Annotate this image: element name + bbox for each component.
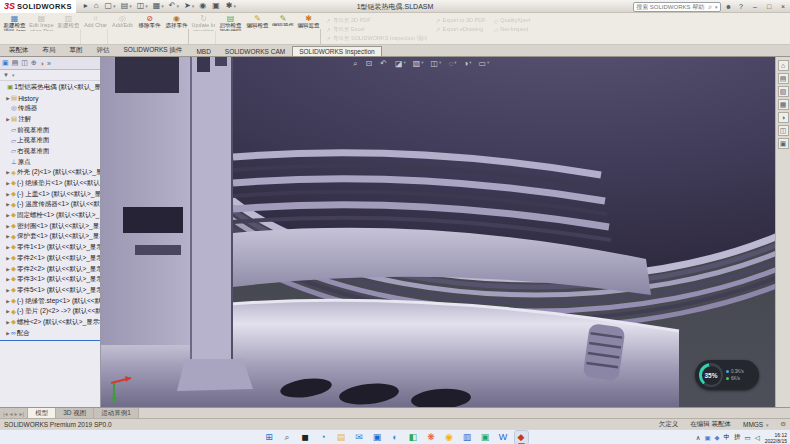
export-excel-button[interactable]: ↗ 导出至 Excel	[326, 25, 427, 33]
tree-item[interactable]: ▶ ◈ 外壳 (2)<1> (默认<<默认>_显示状	[1, 168, 100, 179]
solidworks-resources-icon[interactable]: ⌂	[778, 60, 789, 71]
prev-tab-button[interactable]: ◂	[10, 410, 13, 417]
remove-balloons-button[interactable]: ⊘ 移除零件序号	[136, 13, 163, 44]
tree-item[interactable]: ▶ ◆ (-) 温度传感器<1> (默认<<默认>_	[1, 200, 100, 211]
graphics-viewport[interactable]: ⌕ ⊡ ↶ ◪▾ ▧▾ ◫▾ ◌▾ ◑▾ ▭▾ 35%	[101, 57, 775, 407]
tree-item[interactable]: ▶ ▤ 注解	[1, 114, 100, 125]
commandmanager-tab[interactable]: SOLIDWORKS Inspection	[292, 46, 382, 56]
display-style-icon[interactable]: ◫▾	[431, 60, 442, 68]
performance-widget[interactable]: 35% 0.3K/s 6K/s	[695, 360, 759, 390]
undo-icon[interactable]: ↶▾	[169, 2, 179, 10]
tree-item[interactable]: ▶ ◆ (-) 绝缘管.step<1> (默认<<默认	[1, 296, 100, 307]
tree-item[interactable]: ◎ 传感器	[1, 103, 100, 114]
file-explorer-icon[interactable]: ▤	[335, 431, 348, 444]
ime-mode[interactable]: 拼	[734, 433, 741, 442]
tree-item[interactable]: ▶ ∞ 配合	[1, 328, 100, 339]
options-icon[interactable]: ✱▾	[226, 2, 236, 10]
tree-item[interactable]: ▶ ◆ (-) 上盖<1> (默认<<默认>_显示	[1, 189, 100, 200]
tree-item[interactable]: ▶ ◆ 零件2<1> (默认<<默认>_显示状态	[1, 253, 100, 264]
tree-item[interactable]: ▶ ◆ 密封圈<1> (默认<<默认>_显示状	[1, 221, 100, 232]
commandmanager-tab[interactable]: 评估	[90, 44, 117, 56]
dimxpertmanager-tab[interactable]: ⊕	[31, 59, 37, 67]
mail-icon[interactable]: ✉	[353, 431, 366, 444]
commandmanager-tab[interactable]: MBD	[189, 46, 217, 56]
tree-item[interactable]: ▱ 上视基准面	[1, 135, 100, 146]
tree-item[interactable]: ▶ ◆ 零件1<1> (默认<<默认>_显示状态	[1, 242, 100, 253]
word-icon[interactable]: W	[497, 431, 510, 444]
commandmanager-tab[interactable]: SOLIDWORKS 插件	[117, 44, 190, 56]
store-icon[interactable]: ▣	[371, 431, 384, 444]
commandmanager-tab[interactable]: 草图	[63, 44, 90, 56]
previous-view-icon[interactable]: ↶	[380, 60, 388, 68]
new-checksheet-button[interactable]: ▥ 新建检查表	[55, 13, 82, 44]
document-tab[interactable]: 3D 视图	[56, 408, 94, 418]
help-search-box[interactable]: ⌕ ▾	[633, 2, 720, 12]
launch-report-editor-button[interactable]: ▤ 启动检查报告编辑器	[217, 13, 244, 44]
print-icon[interactable]: ▦▾	[153, 2, 164, 10]
search-input[interactable]	[636, 4, 706, 10]
section-view-icon[interactable]: ◪▾	[395, 60, 406, 68]
update-inspection-project-button[interactable]: ↻ Update Inspection Project	[190, 13, 217, 44]
first-tab-button[interactable]: |◂	[3, 410, 8, 417]
close-button[interactable]: ×	[778, 3, 788, 10]
appearances-scenes-icon[interactable]: ◑	[778, 112, 789, 123]
new-inspection-project-button[interactable]: ▦ 新建检查项目 (amp;N)	[1, 13, 28, 44]
tree-item[interactable]: ▶ ◆ 固定螺栓<1> (默认<<默认>_显示	[1, 210, 100, 221]
flyout-arrow-icon[interactable]: ▸	[84, 2, 89, 10]
add-characteristic-button[interactable]: ⌗ Add Characteristic	[82, 13, 109, 44]
document-tab[interactable]: 运动算例1	[94, 408, 139, 418]
file-explorer-icon[interactable]: ▧	[778, 86, 789, 97]
next-tab-button[interactable]: ▸	[15, 410, 18, 417]
view-orientation-icon[interactable]: ▧▾	[413, 60, 424, 68]
new-document-icon[interactable]: ▢▾	[105, 2, 116, 10]
rebuild-icon[interactable]: ◉	[199, 2, 207, 10]
export-sw-inspection-button[interactable]: ↗ 导出至 SOLIDWORKS Inspection 项目	[326, 34, 427, 42]
tag-icon[interactable]: ⊙	[781, 420, 786, 428]
last-tab-button[interactable]: ▸|	[20, 410, 25, 417]
tree-item[interactable]: ▶ ◆ 零件2<2> (默认<<默认>_显示状态	[1, 264, 100, 275]
tree-item[interactable]: ▶ ◆ 螺栓<2> (默认<<默认>_显示状态	[1, 317, 100, 328]
commandmanager-tab[interactable]: SOLIDWORKS CAM	[218, 46, 292, 56]
taskbar-clock[interactable]: 16:12 2022/8/15	[765, 432, 787, 444]
displaymanager-tab[interactable]: ◑	[40, 60, 44, 67]
tree-item[interactable]: ⊥ 原点	[1, 157, 100, 168]
tree-item[interactable]: ▶ ◆ (-) 绝缘垫片<1> (默认<<默认>_显	[1, 178, 100, 189]
commandmanager-tab[interactable]: 装配体	[2, 44, 36, 56]
panel-tab-overflow[interactable]: »	[47, 60, 51, 67]
start-button[interactable]: ⊞	[263, 431, 276, 444]
file-properties-icon[interactable]: ▣	[212, 2, 221, 10]
document-tab[interactable]: 模型	[28, 408, 56, 418]
login-user-icon[interactable]: ☻	[725, 3, 732, 10]
tree-item[interactable]: ▶ ◆ 零件5<1> (默认<<默认>_显示状态	[1, 285, 100, 296]
restore-button[interactable]: □	[764, 3, 774, 10]
featuremanager-tree-tab[interactable]: ▣	[2, 59, 9, 67]
tree-item[interactable]: ▶ ▤ History	[1, 93, 100, 104]
edit-inspection-method-button[interactable]: ✎ 编辑检查方式	[244, 13, 271, 44]
export-edrawing-button[interactable]: ↗ Export eDrawing	[435, 25, 485, 33]
configurationmanager-tab[interactable]: ◫	[21, 59, 28, 67]
open-icon[interactable]: ▤▾	[121, 2, 132, 10]
volume-icon[interactable]: ◁	[755, 434, 760, 442]
capcut-icon[interactable]: ◧	[407, 431, 420, 444]
custom-properties-icon[interactable]: ◫	[778, 125, 789, 136]
cast-icon[interactable]: ▭	[745, 434, 751, 442]
onedrive-icon[interactable]: ▣	[704, 434, 710, 442]
view-palette-icon[interactable]: ▦	[778, 99, 789, 110]
edit-monitor-method-button[interactable]: ✱ 编辑监查方式	[295, 13, 322, 44]
propertymanager-tab[interactable]: ▤	[12, 59, 19, 67]
filter-caret-icon[interactable]: ▾	[12, 72, 15, 78]
save-icon[interactable]: ◫▾	[137, 2, 148, 10]
tree-item[interactable]: ▶ ◆ (-) 垫片 (2)<2> ->? (默认<<默认	[1, 306, 100, 317]
tree-item[interactable]: ▣ 1型铠装热电偶 (默认<默认_显示状态-1	[1, 82, 100, 93]
help-button[interactable]: ?	[736, 3, 746, 10]
qualityxpert-button[interactable]: ◇ QualityXpert	[494, 16, 531, 24]
design-library-icon[interactable]: ▤	[778, 73, 789, 84]
zoom-fit-icon[interactable]: ⌕	[353, 60, 358, 68]
notes-app-icon[interactable]: ▥	[461, 431, 474, 444]
search-caret-icon[interactable]: ▾	[715, 4, 718, 10]
view-settings-icon[interactable]: ▭▾	[479, 60, 490, 68]
search-button[interactable]: ⌕	[281, 431, 294, 444]
units-selector[interactable]: MMGS ▾	[743, 421, 769, 428]
hide-show-items-icon[interactable]: ◌▾	[448, 60, 456, 68]
add-edit-balloons-button[interactable]: ◎ Add/Edit Balloons	[109, 13, 136, 44]
